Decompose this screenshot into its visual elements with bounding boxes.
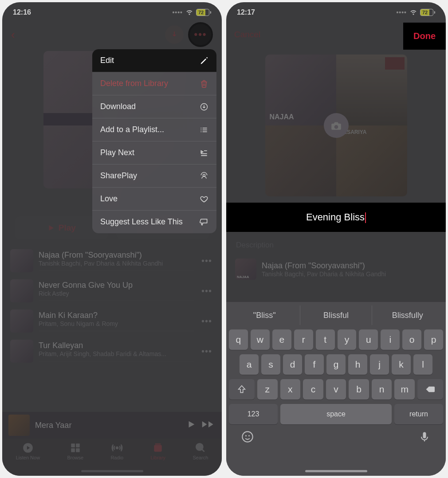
svg-point-12 <box>245 435 247 436</box>
key-z[interactable]: z <box>257 379 278 400</box>
menu-download[interactable]: Download <box>92 95 216 118</box>
key-c[interactable]: c <box>303 379 323 400</box>
key-j[interactable]: j <box>370 354 389 375</box>
status-time: 12:17 <box>237 8 255 16</box>
menu-suggest-less[interactable]: Suggest Less Like This <box>92 211 216 233</box>
svg-point-13 <box>248 435 250 436</box>
key-return[interactable]: return <box>394 404 443 424</box>
key-123[interactable]: 123 <box>229 404 278 424</box>
key-t[interactable]: t <box>316 329 335 350</box>
download-circle-icon <box>200 102 208 111</box>
suggestion[interactable]: Blissful <box>300 306 372 325</box>
key-b[interactable]: b <box>349 379 369 400</box>
keyboard: "Bliss" Blissful Blissfully q w e r t y … <box>226 302 446 476</box>
key-i[interactable]: i <box>381 329 400 350</box>
suggestion[interactable]: "Bliss" <box>229 306 300 325</box>
key-x[interactable]: x <box>280 379 301 400</box>
dictation-icon[interactable] <box>418 431 431 445</box>
wifi-icon <box>409 8 417 17</box>
text-cursor <box>365 212 366 223</box>
key-e[interactable]: e <box>272 329 291 350</box>
key-m[interactable]: m <box>394 379 415 400</box>
key-v[interactable]: v <box>326 379 346 400</box>
right-screenshot: 12:17 •••• 72 Cancel Done Evening Bliss … <box>226 2 446 476</box>
svg-point-10 <box>203 174 205 176</box>
status-bar: 12:16 •••• 72 <box>2 2 222 23</box>
playlist-title-input[interactable]: Evening Bliss <box>226 203 446 232</box>
key-h[interactable]: h <box>348 354 367 375</box>
key-k[interactable]: k <box>392 354 411 375</box>
key-d[interactable]: d <box>283 354 302 375</box>
key-s[interactable]: s <box>261 354 280 375</box>
key-r[interactable]: r <box>294 329 313 350</box>
suggestion-bar: "Bliss" Blissful Blissfully <box>229 306 443 325</box>
menu-shareplay[interactable]: SharePlay <box>92 165 216 188</box>
pencil-icon <box>200 56 208 65</box>
camera-button[interactable] <box>324 113 349 138</box>
thumbs-down-icon <box>200 218 208 227</box>
svg-rect-14 <box>423 432 426 439</box>
trash-icon <box>200 79 208 88</box>
menu-add-playlist[interactable]: Add to a Playlist... <box>92 118 216 141</box>
emoji-icon[interactable] <box>241 431 254 445</box>
context-menu: Edit Delete from Library Download Add to… <box>92 49 216 233</box>
key-u[interactable]: u <box>359 329 378 350</box>
done-button[interactable]: Done <box>403 23 446 50</box>
status-time: 12:16 <box>13 8 31 16</box>
menu-play-next[interactable]: Play Next <box>92 141 216 165</box>
cellular-icon: •••• <box>172 9 183 16</box>
key-a[interactable]: a <box>240 354 259 375</box>
menu-delete[interactable]: Delete from Library <box>92 72 216 95</box>
home-indicator <box>305 470 367 472</box>
key-w[interactable]: w <box>251 329 270 350</box>
key-f[interactable]: f <box>305 354 324 375</box>
status-bar: 12:17 •••• 72 <box>226 2 446 23</box>
menu-edit[interactable]: Edit <box>92 49 216 72</box>
key-o[interactable]: o <box>402 329 421 350</box>
key-shift[interactable] <box>229 379 255 400</box>
battery-icon: 72 <box>420 9 435 16</box>
menu-love[interactable]: Love <box>92 188 216 211</box>
battery-percent: 72 <box>196 9 205 16</box>
battery-percent: 72 <box>420 9 429 16</box>
shareplay-icon <box>200 172 208 180</box>
svg-point-11 <box>242 431 252 442</box>
key-q[interactable]: q <box>229 329 248 350</box>
key-p[interactable]: p <box>424 329 443 350</box>
queue-icon <box>200 149 208 157</box>
key-backspace[interactable] <box>417 379 443 400</box>
suggestion[interactable]: Blissfully <box>372 306 443 325</box>
key-g[interactable]: g <box>326 354 346 375</box>
key-y[interactable]: y <box>338 329 357 350</box>
heart-icon <box>200 195 208 204</box>
cellular-icon: •••• <box>396 9 407 16</box>
left-screenshot: 12:16 •••• 72 ‹ ••• NAJAA Dhv Play <box>2 2 222 476</box>
wifi-icon <box>185 8 193 17</box>
battery-icon: 72 <box>196 9 211 16</box>
playlist-add-icon <box>200 125 208 134</box>
key-space[interactable]: space <box>280 404 392 424</box>
key-n[interactable]: n <box>372 379 392 400</box>
key-l[interactable]: l <box>413 354 432 375</box>
